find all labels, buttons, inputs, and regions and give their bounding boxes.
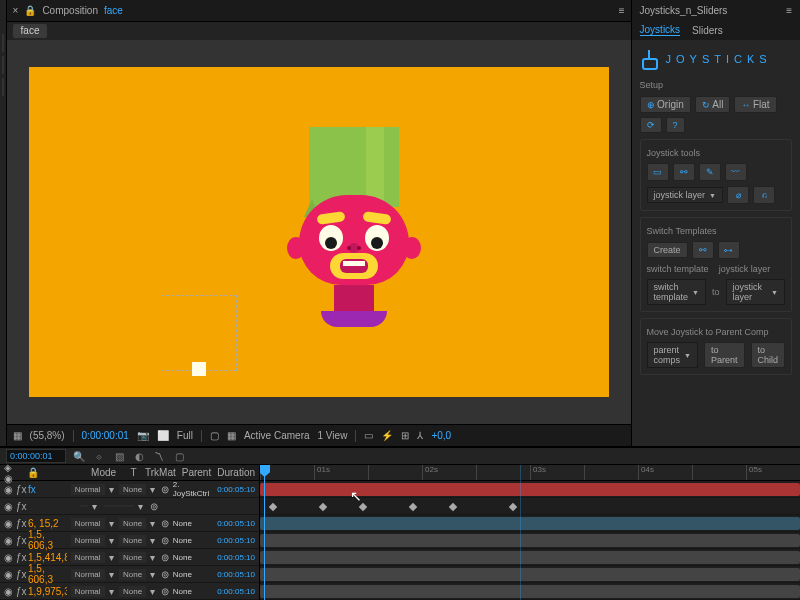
parent-comps-dd[interactable]: parent comps — [647, 342, 698, 368]
shy-icon[interactable]: ⟐ — [92, 449, 106, 463]
time-tick: 04s — [638, 465, 692, 480]
template-chain-icon[interactable]: ⧟ — [718, 241, 740, 259]
tab-sliders[interactable]: Sliders — [692, 25, 723, 36]
layer-row[interactable]: ◉ƒxfxNormal▾None▾⊚2. JoyStkCtrl0:00:05:1… — [0, 481, 259, 498]
col-duration: Duration — [217, 467, 255, 478]
track-row[interactable] — [260, 566, 800, 583]
zoom-level[interactable]: (55,8%) — [30, 430, 65, 441]
tool-unlink-icon[interactable]: ⌀ — [727, 186, 749, 204]
all-button[interactable]: ↻ All — [695, 96, 731, 113]
lock-icon[interactable]: 🔒 — [24, 5, 36, 16]
layer-bar[interactable] — [260, 551, 800, 564]
reverse-button[interactable]: ⟳ — [640, 117, 662, 133]
keyframe-icon[interactable] — [319, 503, 327, 511]
eyebrow-right — [362, 211, 391, 225]
pixel-aspect-icon[interactable]: ▭ — [364, 430, 373, 441]
fast-preview-icon[interactable]: ⚡ — [381, 430, 393, 441]
frame-blend-icon[interactable]: ▧ — [112, 449, 126, 463]
time-tick — [368, 465, 422, 480]
tool-slot[interactable] — [2, 56, 4, 74]
layer-bar[interactable] — [260, 568, 800, 581]
setup-buttons: ⊕ Origin ↻ All ↔ Flat ⟳ ? — [640, 96, 792, 133]
track-row[interactable] — [260, 583, 800, 600]
motion-blur-icon[interactable]: ◐ — [132, 449, 146, 463]
timeline-icon[interactable]: ⊞ — [401, 430, 409, 441]
move-label: Move Joystick to Parent Comp — [647, 327, 785, 337]
channel-icon[interactable]: ⬜ — [157, 430, 169, 441]
tab-joysticks[interactable]: Joysticks — [640, 24, 681, 36]
tool-rect-icon[interactable]: ▭ — [647, 163, 669, 181]
snapshot-icon[interactable]: 📷 — [137, 430, 149, 441]
views-dd[interactable]: 1 View — [318, 430, 348, 441]
layer-bar[interactable] — [260, 534, 800, 547]
keyframe-icon[interactable] — [269, 503, 277, 511]
help-button[interactable]: ? — [666, 117, 685, 133]
track-row[interactable] — [260, 498, 800, 515]
tool-trash-icon[interactable]: ⎌ — [753, 186, 775, 204]
track-row[interactable] — [260, 532, 800, 549]
layer-row[interactable]: ◉ƒx1,5, 606,3Normal▾None▾⊚None0:00:05:10 — [0, 532, 259, 549]
col-mode: Mode — [91, 467, 125, 478]
flowchart-icon[interactable]: ⅄ — [417, 430, 423, 441]
canvas[interactable] — [29, 67, 609, 397]
tool-slot[interactable] — [2, 78, 4, 96]
timecode-display[interactable]: 0:00:00:01 — [82, 430, 129, 441]
keyframe-icon[interactable] — [449, 503, 457, 511]
grid-icon[interactable]: ▦ — [13, 430, 22, 441]
time-ruler[interactable]: 01s02s03s04s05s — [260, 465, 800, 481]
layer-bar[interactable] — [260, 483, 800, 496]
timeline-header: 🔍 ⟐ ▧ ◐ 〽 ▢ — [0, 448, 800, 465]
create-button[interactable]: Create — [647, 242, 688, 258]
playhead[interactable] — [264, 465, 265, 600]
keyframe-icon[interactable] — [409, 503, 417, 511]
layer-bar[interactable] — [260, 517, 800, 530]
col-parent: Parent — [182, 467, 211, 478]
template-link-icon[interactable]: ⚯ — [692, 241, 714, 259]
layer-list: ◈ ◉ 🔒 Mode T TrkMat Parent Duration ◉ƒxf… — [0, 465, 260, 600]
character-face — [309, 127, 399, 327]
search-icon[interactable]: 🔍 — [72, 449, 86, 463]
tool-link-icon[interactable]: ⚯ — [673, 163, 695, 181]
joystick-handle[interactable] — [192, 362, 206, 376]
to-parent-button[interactable]: to Parent — [704, 342, 745, 368]
origin-button[interactable]: ⊕ Origin — [640, 96, 691, 113]
head — [299, 195, 409, 285]
switch-template-dd[interactable]: switch template — [647, 279, 706, 305]
viewport[interactable] — [7, 40, 631, 424]
track-row[interactable] — [260, 549, 800, 566]
keyframe-icon[interactable] — [509, 503, 517, 511]
camera-dd[interactable]: Active Camera — [244, 430, 310, 441]
exposure-value[interactable]: +0,0 — [431, 430, 451, 441]
logo-row: JOYSTICKS — [640, 46, 792, 72]
layer-row[interactable]: ◉ƒx▾▾⊚ — [0, 498, 259, 515]
graph-icon[interactable]: 〽 — [152, 449, 166, 463]
transparency-icon[interactable]: ▦ — [227, 430, 236, 441]
track-row[interactable] — [260, 515, 800, 532]
panel-menu-icon[interactable]: × — [13, 5, 19, 16]
tool-pen-icon[interactable]: ✎ — [699, 163, 721, 181]
panel-sub-tabs: Joysticks Sliders — [632, 20, 800, 40]
layer-row[interactable]: ◉ƒx1,9,975,3Normal▾None▾⊚None0:00:05:10 — [0, 583, 259, 600]
joystick-logo-icon — [640, 50, 658, 68]
track-row[interactable] — [260, 481, 800, 498]
panel-options-icon[interactable]: ≡ — [619, 5, 625, 16]
flat-button[interactable]: ↔ Flat — [734, 96, 776, 113]
layer-row[interactable]: ◉ƒx1,5, 606,3Normal▾None▾⊚None0:00:05:10 — [0, 566, 259, 583]
draft-icon[interactable]: ▢ — [172, 449, 186, 463]
tool-slot[interactable] — [2, 34, 4, 52]
tool-curve-icon[interactable]: 〰 — [725, 163, 747, 181]
joystick-layer-dd[interactable]: joystick layer — [647, 187, 723, 203]
joystick-layer-dd-2[interactable]: joystick layer — [726, 279, 785, 305]
time-tick — [584, 465, 638, 480]
comp-sub-tab[interactable]: face — [13, 24, 48, 38]
timeline-tracks[interactable]: 01s02s03s04s05s — [260, 465, 800, 600]
keyframe-icon[interactable] — [359, 503, 367, 511]
resolution-dd[interactable]: Full — [177, 430, 193, 441]
ear-right — [403, 237, 421, 259]
to-child-button[interactable]: to Child — [751, 342, 786, 368]
roi-icon[interactable]: ▢ — [210, 430, 219, 441]
layer-bar[interactable] — [260, 585, 800, 598]
panel-menu-icon[interactable]: ≡ — [786, 5, 792, 16]
joystick-tools-group: Joystick tools ▭ ⚯ ✎ 〰 joystick layer ⌀ … — [640, 139, 792, 211]
joystick-bounds[interactable] — [161, 295, 237, 371]
